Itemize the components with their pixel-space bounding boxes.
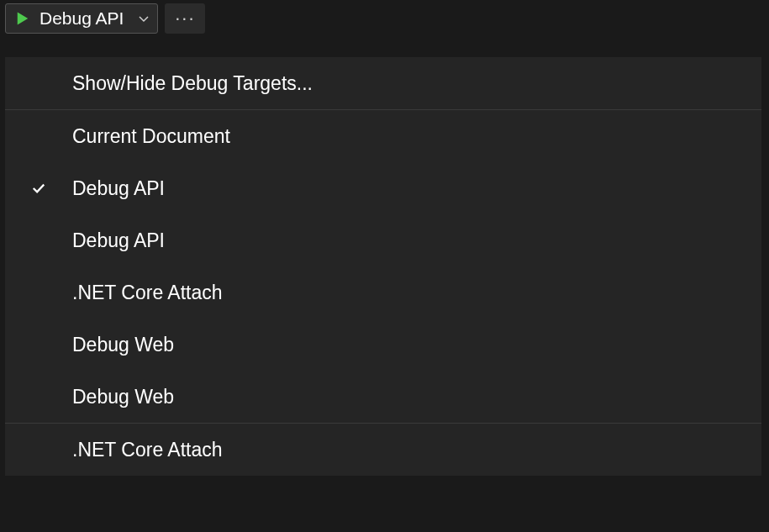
menu-item-label: Debug API <box>72 229 165 252</box>
menu-item-debug-target[interactable]: Debug Web <box>5 319 761 371</box>
debug-target-label: Debug API <box>40 8 124 29</box>
play-icon <box>13 8 33 29</box>
menu-item-debug-target[interactable]: .NET Core Attach <box>5 266 761 319</box>
menu-item-label: Debug API <box>72 177 165 200</box>
debug-targets-dropdown: Show/Hide Debug Targets... Current Docum… <box>5 57 761 476</box>
menu-item-net-core-attach[interactable]: .NET Core Attach <box>5 424 761 476</box>
menu-item-debug-target[interactable]: Current Document <box>5 110 761 162</box>
menu-item-label: Show/Hide Debug Targets... <box>72 72 313 95</box>
menu-item-label: Current Document <box>72 125 230 148</box>
ellipsis-icon: ··· <box>175 8 195 29</box>
toolbar: Debug API ··· <box>0 0 769 37</box>
chevron-down-icon[interactable] <box>134 8 154 29</box>
menu-item-debug-target[interactable]: Debug Web <box>5 371 761 423</box>
debug-run-button[interactable]: Debug API <box>5 3 158 34</box>
menu-item-debug-target[interactable]: Debug API <box>5 214 761 266</box>
menu-item-label: .NET Core Attach <box>72 282 223 304</box>
menu-item-debug-target[interactable]: Debug API <box>5 162 761 214</box>
more-options-button[interactable]: ··· <box>165 3 205 34</box>
check-icon <box>30 180 47 197</box>
menu-item-label: Debug Web <box>72 386 174 408</box>
check-column <box>5 180 72 197</box>
menu-item-label: .NET Core Attach <box>72 439 223 461</box>
menu-item-show-hide-targets[interactable]: Show/Hide Debug Targets... <box>5 57 761 109</box>
menu-item-label: Debug Web <box>72 334 174 356</box>
